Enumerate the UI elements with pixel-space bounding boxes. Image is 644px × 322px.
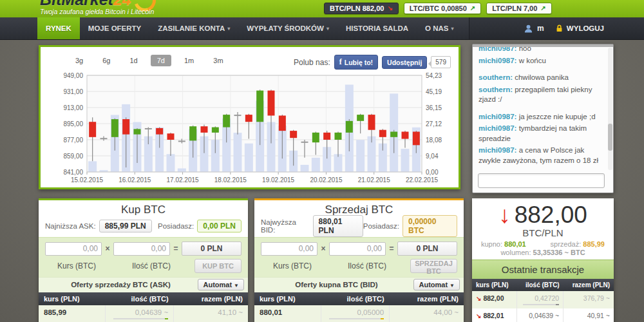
buy-balance-label: Posiadasz:: [158, 222, 194, 230]
sell-rate-label: Kurs (BTC): [261, 261, 324, 270]
price-value: 880,01: [260, 308, 282, 316]
logout-button[interactable]: WYLOGUJ: [555, 24, 604, 33]
last-price-row: ↓882,00: [472, 202, 614, 229]
chevron-down-icon: ▾: [327, 26, 329, 32]
nav-item-moje-oferty[interactable]: MOJE OFERTY: [80, 17, 149, 39]
bid-offers-bar: Oferty kupna BTC (BID) Automat▼: [254, 277, 464, 292]
column-razem: razem (PLN): [174, 292, 248, 305]
buy-panel-title: Kup BTC: [39, 204, 248, 216]
column-razem: razem (PLN): [390, 292, 464, 305]
chat-input[interactable]: [478, 173, 605, 188]
sell-balance-row: Najwyższa BID: 880,01 PLN Posiadasz: 0,0…: [254, 219, 464, 233]
equals-sign: =: [173, 244, 178, 253]
order-row[interactable]: 880,010,0500044,00 ~: [254, 305, 464, 322]
amount-value: 0,42720: [535, 294, 559, 302]
sell-amount-label: Ilość (BTC): [336, 261, 399, 270]
last-transactions-header: Ostatnie transakcje: [472, 260, 614, 279]
chat-username: michi0987:: [478, 57, 516, 64]
trend-up-icon: ↗: [470, 5, 475, 12]
nav-item-rynek[interactable]: RYNEK: [37, 17, 80, 39]
market-chart-panel: 3g6g1d7d1m3m Polub nas: f Lubię to! Udos…: [39, 45, 460, 189]
topbar-ticker-btc-pln[interactable]: BTC/PLN 882,00↘: [324, 3, 399, 14]
nav-item-historia-salda[interactable]: HISTORIA SALDA: [337, 17, 417, 39]
svg-text:949,00: 949,00: [63, 72, 83, 79]
column-razem: razem (PLN): [564, 279, 614, 291]
amount-underline: [523, 304, 559, 305]
chat-username: michi0987:: [478, 113, 516, 120]
amount-underline: [329, 318, 384, 319]
lowest-ask-value[interactable]: 885,99 PLN: [99, 220, 152, 232]
buy-submit-button[interactable]: KUP BTC: [194, 259, 242, 273]
svg-text:841,00: 841,00: [63, 169, 83, 176]
amount-value: 0,04639 ~: [135, 308, 168, 316]
nav-item-wypłaty-środków[interactable]: WYPŁATY ŚRODKÓW▾: [238, 17, 337, 39]
price-cell: 885,99: [39, 305, 105, 322]
ask-offers-table: kurs (PLN) ilość (BTC) razem (PLN) 885,9…: [39, 292, 248, 322]
highest-bid-value[interactable]: 880,01 PLN: [313, 215, 363, 237]
chat-messages[interactable]: michi0987: hoomichi0987: w końcusouthern…: [478, 47, 605, 169]
chat-message: michi0987: ja jeszcze nie kupuje ;d: [478, 112, 605, 122]
nav-item-zasilanie-konta[interactable]: ZASILANIE KONTA▾: [149, 17, 238, 39]
buy-balance-row: Najniższa ASK: 885,99 PLN Posiadasz: 0,0…: [39, 219, 248, 233]
chat-message: southern: chwilowa panika: [478, 73, 605, 83]
chat-message: michi0987: hoo: [478, 47, 605, 54]
sell-panel-title: Sprzedaj BTC: [254, 204, 464, 216]
sell-automat-dropdown[interactable]: Automat▼: [413, 279, 460, 290]
facebook-like-button[interactable]: f Lubię to!: [334, 55, 378, 70]
bid-offers-table: kurs (PLN) ilość (BTC) razem (PLN) 880,0…: [254, 292, 464, 322]
column-ilosc: ilość (BTC): [321, 292, 390, 305]
facebook-share-button[interactable]: Udostępnij: [382, 56, 427, 69]
btc-balance-value[interactable]: 0,00000 BTC: [402, 215, 457, 237]
underline-dot: [165, 318, 168, 319]
price-value: 885,99: [44, 308, 66, 316]
column-kurs: kurs (PLN): [472, 279, 517, 291]
nav-item-label: RYNEK: [46, 24, 71, 32]
svg-text:877,00: 877,00: [63, 137, 83, 144]
topbar-ticker-ltc-pln[interactable]: LTC/PLN 7,00↗: [486, 3, 551, 14]
amount-cell: 0,04639 ~: [105, 305, 174, 322]
chevron-down-icon: ▾: [451, 26, 453, 32]
buy-amount-input[interactable]: [113, 242, 170, 256]
sell-rate-input[interactable]: [261, 242, 317, 256]
order-row[interactable]: ↘882,010,04639 ~40,91 ~: [472, 308, 614, 322]
price-down-icon: ↓: [498, 202, 511, 228]
bid-offers-title: Oferty kupna BTC (BID): [254, 281, 419, 289]
chat-scrollbar-thumb[interactable]: [608, 124, 612, 151]
column-kurs: kurs (PLN): [254, 292, 321, 305]
amount-cell: 0,04639 ~: [517, 308, 564, 322]
timeframe-1m[interactable]: 1m: [178, 55, 200, 66]
timeframe-3g[interactable]: 3g: [69, 55, 90, 66]
nav-menu: RYNEKMOJE OFERTYZASILANIE KONTA▾WYPŁATY …: [37, 17, 515, 39]
times-sign: ×: [105, 244, 110, 253]
sell-amount-input[interactable]: [329, 242, 386, 256]
price-volume-chart[interactable]: 949,0054,23931,0045,19913,0036,15895,002…: [41, 70, 459, 187]
nav-item-label: O NAS: [425, 24, 448, 32]
sell-order-form: × = 0 PLN Kurs (BTC) Ilość (BTC) SPRZEDA…: [254, 237, 464, 277]
wolumen-label: wolumen:: [500, 249, 531, 256]
amount-value: 0,05000: [357, 308, 384, 316]
user-menu[interactable]: m: [524, 24, 544, 33]
timeframe-1d[interactable]: 1d: [124, 55, 144, 66]
trade-down-icon: ↘: [476, 312, 481, 319]
chat-scrollbar[interactable]: [608, 48, 612, 170]
timeframe-7d[interactable]: 7d: [151, 55, 171, 66]
order-row[interactable]: ↘882,000,42720376,79 ~: [472, 291, 614, 308]
nav-item-label: MOJE OFERTY: [88, 24, 141, 32]
buy-automat-dropdown[interactable]: Automat▼: [198, 279, 244, 290]
svg-text:895,00: 895,00: [63, 120, 83, 128]
svg-text:15.02.2015: 15.02.2015: [71, 176, 103, 184]
nav-item-o-nas[interactable]: O NAS▾: [417, 17, 462, 39]
sell-submit-button[interactable]: SPRZEDAJ BTC: [410, 259, 457, 273]
buy-rate-input[interactable]: [45, 242, 102, 256]
sprzedaz-value: 885,99: [583, 240, 605, 248]
pln-balance-value[interactable]: 0,00 PLN: [197, 220, 242, 232]
order-row[interactable]: 885,990,04639 ~41,10 ~: [39, 305, 248, 322]
svg-text:45,19: 45,19: [426, 88, 442, 95]
kupno-label: kupno:: [481, 240, 502, 248]
timeframe-6g[interactable]: 6g: [96, 55, 117, 66]
timeframe-3m[interactable]: 3m: [207, 55, 229, 66]
column-kurs: kurs (PLN): [39, 292, 105, 305]
price-cell: 880,01: [254, 305, 321, 322]
underline-dot: [556, 304, 559, 305]
topbar-ticker-ltc-btc[interactable]: LTC/BTC 0,00850↗: [404, 3, 481, 14]
